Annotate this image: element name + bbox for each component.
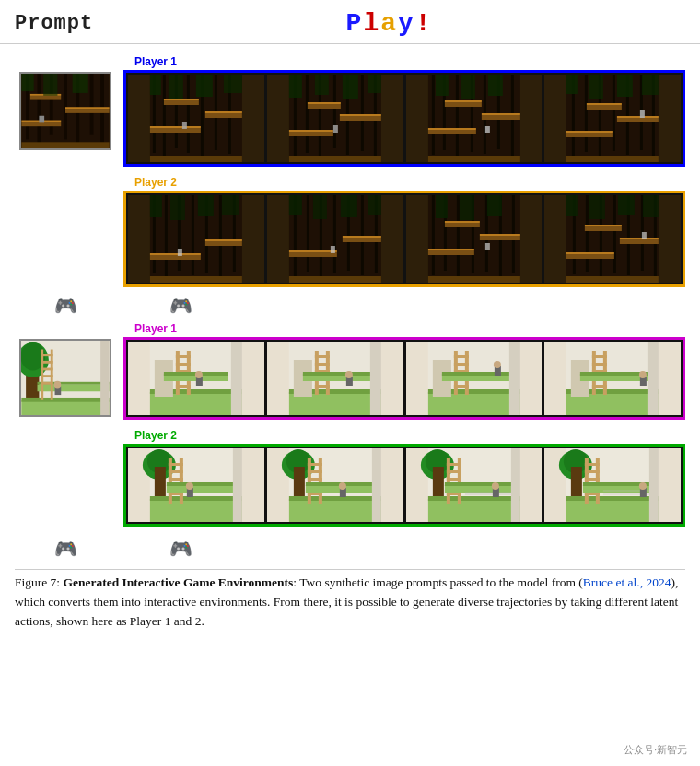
ladder-player1-frames [123, 337, 685, 420]
svg-rect-249 [592, 385, 607, 388]
svg-rect-185 [41, 368, 52, 371]
svg-rect-283 [308, 478, 322, 481]
svg-point-329 [639, 482, 647, 490]
svg-rect-246 [592, 363, 607, 366]
svg-rect-72 [481, 115, 519, 120]
svg-rect-171 [566, 276, 659, 283]
svg-rect-129 [289, 250, 337, 252]
svg-rect-299 [446, 463, 461, 466]
ladder-p2-frame-4 [544, 448, 681, 522]
svg-rect-52 [289, 130, 333, 132]
header: Prompt Play! [0, 0, 700, 44]
svg-rect-157 [613, 195, 616, 273]
player1-gamepad-icon: 🎮 [54, 295, 77, 317]
ladder-player2-gamepad-icon: 🎮 [169, 538, 192, 560]
svg-rect-51 [289, 132, 333, 136]
svg-rect-33 [205, 113, 242, 118]
svg-rect-290 [372, 448, 381, 522]
player2-gamepad-icon: 🎮 [169, 295, 192, 317]
svg-rect-222 [370, 342, 381, 415]
svg-rect-124 [289, 195, 302, 215]
svg-rect-155 [586, 195, 589, 272]
svg-rect-178 [21, 398, 109, 402]
svg-rect-113 [205, 239, 242, 241]
prompt-label: Prompt [15, 12, 93, 35]
svg-rect-48 [315, 75, 329, 95]
svg-rect-108 [198, 195, 214, 216]
svg-rect-94 [587, 105, 622, 110]
ladder-p1-frame-4 [544, 342, 681, 415]
svg-rect-172 [642, 232, 647, 239]
svg-rect-92 [617, 118, 659, 122]
svg-rect-96 [566, 156, 659, 162]
svg-rect-102 [192, 195, 194, 275]
svg-rect-323 [585, 493, 600, 495]
svg-rect-55 [308, 104, 341, 109]
svg-point-221 [345, 371, 353, 378]
svg-rect-68 [461, 75, 474, 99]
svg-rect-62 [455, 75, 458, 157]
svg-rect-281 [308, 463, 322, 466]
svg-rect-89 [642, 75, 659, 95]
svg-point-271 [186, 482, 193, 490]
svg-rect-213 [315, 355, 330, 358]
svg-rect-251 [580, 372, 649, 376]
ladder-p1-frame-2 [267, 342, 403, 415]
svg-rect-125 [313, 195, 327, 219]
svg-rect-91 [566, 131, 612, 133]
svg-rect-164 [643, 195, 659, 217]
svg-point-205 [195, 371, 203, 378]
svg-rect-70 [427, 130, 475, 134]
svg-rect-167 [620, 239, 659, 244]
svg-point-253 [639, 371, 647, 378]
svg-rect-74 [444, 102, 481, 107]
svg-rect-162 [589, 195, 605, 219]
forest-game-rows: Player 1 [123, 55, 685, 287]
svg-rect-305 [444, 482, 518, 486]
ladder-player2-row: Player 2 [123, 429, 685, 527]
play-label: Play! [93, 9, 685, 38]
svg-rect-73 [481, 113, 519, 115]
svg-rect-87 [589, 75, 603, 99]
svg-rect-53 [340, 116, 381, 121]
caption-figure: Figure 7: Generated Interactive Game Env… [15, 575, 678, 628]
svg-rect-120 [333, 195, 336, 273]
svg-rect-197 [176, 355, 191, 358]
svg-rect-35 [164, 100, 199, 105]
svg-rect-97 [640, 110, 645, 118]
svg-rect-300 [446, 470, 461, 473]
svg-point-237 [493, 361, 500, 368]
caption-text: : Two synthetic image prompts passed to … [293, 575, 583, 589]
svg-rect-10 [65, 109, 110, 113]
svg-rect-12 [30, 96, 61, 100]
svg-rect-82 [612, 75, 615, 151]
svg-rect-144 [486, 195, 501, 216]
svg-rect-320 [585, 470, 600, 473]
svg-rect-260 [150, 496, 242, 501]
svg-rect-29 [196, 75, 213, 97]
svg-rect-104 [219, 195, 222, 277]
svg-rect-86 [566, 75, 578, 94]
svg-rect-131 [343, 236, 381, 238]
svg-rect-2 [38, 74, 41, 144]
caption-link[interactable]: Bruce et al., 2024 [583, 575, 671, 589]
forest-prompt-image [19, 72, 111, 150]
player2-frames [123, 191, 685, 287]
svg-rect-265 [169, 478, 183, 481]
svg-rect-301 [446, 478, 461, 481]
svg-rect-4 [64, 74, 67, 139]
svg-rect-31 [150, 128, 201, 133]
play-a: a [380, 9, 398, 38]
svg-rect-23 [187, 75, 190, 153]
svg-rect-132 [289, 276, 381, 283]
svg-point-289 [339, 482, 346, 490]
svg-rect-206 [231, 342, 242, 415]
svg-rect-181 [41, 350, 43, 400]
player2-frame-1 [128, 195, 264, 283]
ladder-player1-gamepad-icon: 🎮 [54, 538, 77, 560]
svg-rect-122 [361, 195, 364, 275]
ladder-game-rows: Player 1 [123, 322, 685, 527]
ladder-player2-frames [123, 444, 685, 527]
svg-rect-41 [306, 75, 309, 153]
svg-rect-303 [446, 493, 461, 495]
